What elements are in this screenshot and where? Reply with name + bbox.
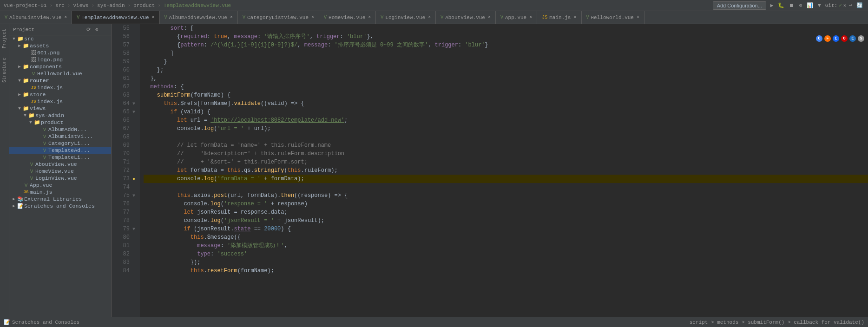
tree-item-router-indexjs[interactable]: JS index.js bbox=[9, 84, 111, 91]
tree-item-router[interactable]: ▼ 📁 router bbox=[9, 77, 111, 84]
structure-panel-icon[interactable]: Structure bbox=[1, 55, 8, 85]
folder-icon: 📁 bbox=[22, 92, 30, 98]
sync-icon[interactable]: ⟳ bbox=[85, 26, 92, 33]
collapse-icon[interactable]: − bbox=[101, 26, 107, 33]
tree-label: router bbox=[30, 78, 49, 84]
tree-item-loginview[interactable]: V LoginView.vue bbox=[9, 175, 111, 182]
add-configuration-button[interactable]: Add Configuration... bbox=[713, 1, 766, 10]
tree-item-store[interactable]: ▶ 📁 store bbox=[9, 91, 111, 98]
code-line-72: let formData = this.qs.stringify(this.ru… bbox=[144, 166, 868, 175]
scratches-icon: 📝 bbox=[17, 203, 24, 209]
git-undo-icon[interactable]: ↩ bbox=[848, 2, 854, 9]
dropdown-icon[interactable]: ▼ bbox=[816, 2, 822, 9]
tree-item-views[interactable]: ▼ 📁 views bbox=[9, 105, 111, 112]
tab-close-icon[interactable]: × bbox=[637, 15, 639, 20]
tree-item-mainjs[interactable]: JS main.js bbox=[9, 189, 111, 196]
tree-item-categorylist[interactable]: V CategoryLi... bbox=[9, 140, 111, 147]
tab-label: AlbumListView.vue bbox=[9, 15, 61, 20]
tree-label: AboutView.vue bbox=[35, 161, 77, 167]
tree-item-sysadmin[interactable]: ▼ 📁 sys-admin bbox=[9, 112, 111, 119]
tab-aboutview[interactable]: V AboutView.vue × bbox=[436, 11, 496, 24]
tab-close-icon[interactable]: × bbox=[311, 15, 314, 20]
vue-icon: V bbox=[77, 15, 79, 20]
tree-label: components bbox=[30, 64, 62, 70]
tab-mainjs[interactable]: JS main.js × bbox=[537, 11, 581, 24]
breadcrumb-product[interactable]: product bbox=[133, 3, 155, 8]
sidebar-header: Project ⟳ ⚙ − bbox=[9, 24, 111, 35]
breadcrumb-views[interactable]: views bbox=[73, 3, 88, 8]
tree-arrow-icon: ▼ bbox=[11, 37, 17, 41]
code-editor[interactable]: sort: [ {required: true, message: '请输入排序… bbox=[140, 24, 868, 317]
code-line-67: console.log('url = ' + url); bbox=[144, 124, 868, 133]
tab-close-icon[interactable]: × bbox=[428, 15, 431, 20]
scratches-label: Scratches and Consoles bbox=[12, 320, 79, 325]
breadcrumb-sysadmin[interactable]: sys-admin bbox=[97, 3, 125, 8]
tree-item-001png[interactable]: 🖼 001.png bbox=[9, 49, 111, 56]
code-container[interactable]: 55 56 57 58 59 60 61 62 63 64 65 66 67 6… bbox=[112, 24, 868, 317]
tree-arrow-icon: ▶ bbox=[17, 92, 22, 97]
folder-icon: 📁 bbox=[22, 78, 30, 84]
tab-label: HomeView.vue bbox=[329, 15, 365, 20]
tab-close-icon[interactable]: × bbox=[488, 15, 491, 20]
breadcrumb-area: vue-project-01 › src › views › sys-admin… bbox=[4, 3, 711, 8]
tree-item-external-libs[interactable]: ▶ 📚 External Libraries bbox=[9, 196, 111, 203]
tab-loginview[interactable]: V LoginView.vue × bbox=[376, 11, 436, 24]
tab-appvue[interactable]: V App.vue × bbox=[496, 11, 537, 24]
tab-templateaddnewview[interactable]: V TemplateAddNewView.vue × bbox=[72, 11, 159, 24]
tree-item-components[interactable]: ▶ 📁 components bbox=[9, 63, 111, 70]
run-icon[interactable]: ▶ bbox=[769, 2, 775, 9]
tab-close-icon[interactable]: × bbox=[152, 15, 155, 20]
tab-close-icon[interactable]: × bbox=[64, 15, 67, 20]
tree-item-homeview[interactable]: V HomeView.vue bbox=[9, 168, 111, 175]
tree-item-templatelist[interactable]: V TemplateLi... bbox=[9, 154, 111, 161]
tree-item-assets[interactable]: ▶ 📁 assets bbox=[9, 42, 111, 49]
ie-icon: E bbox=[833, 35, 839, 42]
tree-item-helloworldvue[interactable]: V HelloWorld.vue bbox=[9, 70, 111, 77]
vue-icon: V bbox=[41, 127, 48, 132]
tree-item-scratches[interactable]: ▶ 📝 Scratches and Consoles bbox=[9, 203, 111, 209]
git-x-icon: ✕ bbox=[843, 2, 847, 8]
tree-item-src[interactable]: ▼ 📁 src bbox=[9, 35, 111, 42]
git-refresh-icon[interactable]: 🔄 bbox=[855, 2, 864, 9]
tab-close-icon[interactable]: × bbox=[230, 15, 233, 20]
scratches-and-consoles[interactable]: 📝 Scratches and Consoles bbox=[4, 319, 79, 325]
vue-icon: V bbox=[22, 183, 30, 188]
breadcrumb-file[interactable]: TemplateAddNewView.vue bbox=[164, 3, 231, 8]
tree-item-store-indexjs[interactable]: JS index.js bbox=[9, 98, 111, 105]
tab-close-icon[interactable]: × bbox=[573, 15, 576, 20]
code-line-71: // + '&sort=' + this.ruleForm.sort; bbox=[144, 158, 868, 166]
tab-close-icon[interactable]: × bbox=[529, 15, 532, 20]
tree-item-templateaddnew[interactable]: V TemplateAd... bbox=[9, 147, 111, 154]
tree-item-logopng[interactable]: 🖼 logo.png bbox=[9, 56, 111, 63]
breadcrumb-status: script > methods > submitForm() > callba… bbox=[690, 320, 864, 325]
tab-close-icon[interactable]: × bbox=[368, 15, 371, 20]
tree-item-albumaddnew[interactable]: V AlbumAddN... bbox=[9, 126, 111, 133]
code-line-63: submitForm(formName) { bbox=[144, 91, 868, 99]
coverage-icon[interactable]: 📊 bbox=[805, 2, 815, 9]
debug-icon[interactable]: 🐛 bbox=[776, 2, 786, 9]
tree-label: AlbumListVi... bbox=[48, 133, 93, 139]
tab-albumlistview[interactable]: V AlbumListView.vue × bbox=[0, 11, 72, 24]
tree-arrow-icon: ▼ bbox=[17, 78, 22, 83]
tab-categorylistview[interactable]: V CategoryListView.vue × bbox=[238, 11, 319, 24]
gear-icon[interactable]: ⚙ bbox=[94, 26, 100, 33]
stop-icon[interactable]: ⏹ bbox=[788, 2, 796, 9]
code-line-82: type: 'success' bbox=[144, 250, 868, 258]
breadcrumb-src[interactable]: src bbox=[55, 3, 65, 8]
more-run-icon[interactable]: ⚙ bbox=[797, 2, 803, 9]
safari-icon: S bbox=[858, 35, 864, 42]
tree-item-aboutview[interactable]: V AboutView.vue bbox=[9, 161, 111, 168]
tree-item-albumlistview[interactable]: V AlbumListVi... bbox=[9, 133, 111, 140]
tab-helloworldvue[interactable]: V HelloWorld.vue × bbox=[582, 11, 644, 24]
tab-albumaddnewview[interactable]: V AlbumAddNewView.vue × bbox=[160, 11, 238, 24]
tabs-bar: V AlbumListView.vue × V TemplateAddNewVi… bbox=[0, 11, 868, 24]
project-panel-icon[interactable]: Project bbox=[1, 26, 8, 51]
code-line-68 bbox=[144, 133, 868, 141]
tree-label: index.js bbox=[37, 85, 63, 91]
tree-item-product[interactable]: ▼ 📁 product bbox=[9, 119, 111, 126]
tree-item-appvue[interactable]: V App.vue bbox=[9, 182, 111, 189]
tree-label: Scratches and Consoles bbox=[24, 203, 95, 209]
breadcrumb-project[interactable]: vue-project-01 bbox=[4, 3, 46, 8]
vue-icon: V bbox=[28, 169, 35, 174]
tab-homeview[interactable]: V HomeView.vue × bbox=[319, 11, 376, 24]
